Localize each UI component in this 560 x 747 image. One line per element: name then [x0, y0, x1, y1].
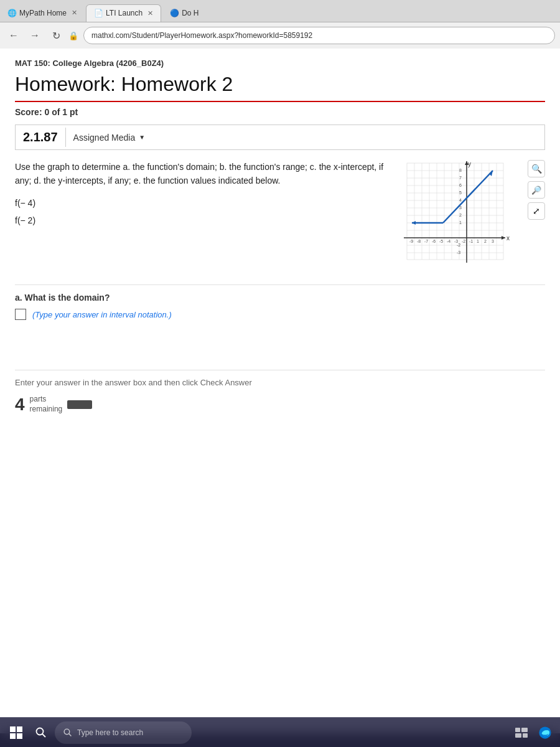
page-content: MAT 150: College Algebra (4206_B0Z4) Hom…: [0, 49, 560, 733]
tab-doh[interactable]: 🔵 Do H: [162, 4, 206, 22]
taskbar-search-icon[interactable]: [30, 721, 52, 744]
question-number: 2.1.87: [16, 128, 66, 147]
taskbar-search-text: Type here to search: [77, 728, 143, 737]
svg-text:2: 2: [484, 239, 487, 243]
taskview-svg: [515, 728, 528, 738]
answer-input-row: (Type your answer in interval notation.): [15, 309, 545, 320]
svg-text:3: 3: [492, 239, 494, 243]
taskbar: Type here to search: [0, 717, 560, 747]
function-value-2: f(− 2): [15, 212, 391, 229]
y-axis-label: y: [468, 161, 471, 167]
lock-icon: 🔒: [68, 31, 78, 40]
refresh-button[interactable]: ↻: [47, 27, 65, 44]
function-values: f(− 4) f(− 2): [15, 194, 391, 229]
expand-button[interactable]: ⤢: [528, 202, 545, 220]
expand-icon: ⤢: [533, 206, 540, 216]
back-button[interactable]: ←: [5, 27, 22, 44]
question-body: Use the graph to determine a. the functi…: [15, 160, 545, 272]
tab-icon-lti: 📄: [94, 9, 103, 17]
answer-hint: (Type your answer in interval notation.): [32, 310, 172, 319]
svg-text:-4: -4: [447, 239, 450, 243]
course-title: MAT 150: College Algebra (4206_B0Z4): [15, 59, 545, 68]
graph-tools: 🔍 🔎 ⤢: [528, 160, 545, 220]
svg-text:-3: -3: [457, 250, 460, 255]
tab-icon-mypath: 🌐: [7, 9, 16, 17]
assigned-media-label: Assigned Media: [73, 133, 136, 143]
edge-icon[interactable]: [535, 723, 555, 743]
tab-lti[interactable]: 📄 LTI Launch ✕: [86, 4, 161, 22]
parts-label-line1: parts: [30, 395, 63, 405]
question-header: 2.1.87 Assigned Media ▼: [15, 125, 545, 150]
assigned-media-button[interactable]: Assigned Media ▼: [66, 130, 153, 145]
svg-point-57: [64, 729, 70, 735]
svg-line-58: [69, 733, 72, 736]
search-magnifier-icon: [35, 727, 47, 738]
zoom-in-icon: 🔍: [531, 164, 542, 174]
browser-chrome: 🌐 MyPath Home ✕ 📄 LTI Launch ✕ 🔵 Do H ← …: [0, 0, 560, 49]
zoom-in-button[interactable]: 🔍: [528, 160, 545, 177]
svg-rect-59: [515, 728, 520, 732]
tab-label-lti: LTI Launch: [106, 9, 142, 17]
parts-progress-bar: [67, 400, 92, 409]
zoom-out-button[interactable]: 🔎: [528, 181, 545, 199]
svg-point-55: [37, 728, 44, 735]
svg-text:1: 1: [477, 239, 479, 243]
svg-text:-2: -2: [462, 239, 465, 243]
svg-text:4: 4: [459, 198, 462, 202]
nav-bar: ← → ↻ 🔒: [0, 22, 560, 49]
svg-text:-1: -1: [469, 239, 473, 243]
score-line: Score: 0 of 1 pt: [15, 107, 545, 117]
svg-text:-6: -6: [432, 239, 436, 243]
taskbar-search-magnifier: [63, 728, 72, 737]
dropdown-arrow-icon: ▼: [139, 134, 145, 141]
taskbar-sys-icons: [511, 723, 555, 743]
graph-wrapper: x y -9 -8 -7 -6 -5 -4 -3 -2 -1 1 2 3: [401, 160, 545, 272]
svg-rect-60: [521, 728, 528, 732]
svg-text:-2: -2: [457, 243, 460, 247]
edge-browser-icon: [538, 726, 552, 740]
graph-container: x y -9 -8 -7 -6 -5 -4 -3 -2 -1 1 2 3: [401, 160, 525, 272]
parts-label-container: parts remaining: [30, 395, 63, 414]
tab-label-doh: Do H: [182, 9, 198, 17]
tab-bar: 🌐 MyPath Home ✕ 📄 LTI Launch ✕ 🔵 Do H: [0, 0, 560, 22]
svg-text:-8: -8: [417, 239, 421, 243]
svg-text:7: 7: [459, 176, 462, 180]
question-text-area: Use the graph to determine a. the functi…: [15, 160, 391, 272]
tab-mypath[interactable]: 🌐 MyPath Home ✕: [0, 4, 85, 22]
taskbar-search-bar[interactable]: Type here to search: [55, 721, 192, 744]
start-button[interactable]: [5, 721, 27, 744]
svg-line-56: [42, 734, 45, 737]
svg-text:1: 1: [459, 220, 462, 225]
zoom-out-icon: 🔎: [531, 186, 541, 195]
parts-count: 4: [15, 395, 25, 415]
tab-label-mypath: MyPath Home: [19, 9, 67, 17]
answer-label: a. What is the domain?: [15, 293, 545, 303]
svg-rect-61: [515, 733, 521, 738]
homework-title: Homework: Homework 2: [15, 73, 545, 102]
answer-checkbox[interactable]: [15, 309, 26, 320]
svg-text:5: 5: [459, 190, 462, 195]
svg-text:8: 8: [459, 168, 462, 172]
parts-label-line2: remaining: [30, 405, 63, 415]
function-value-1: f(− 4): [15, 194, 391, 212]
bottom-instruction: Enter your answer in the answer box and …: [15, 370, 545, 387]
taskview-icon[interactable]: [511, 723, 531, 743]
question-instructions: Use the graph to determine a. the functi…: [15, 160, 391, 188]
svg-text:2: 2: [459, 213, 462, 217]
address-bar[interactable]: [83, 27, 555, 44]
tab-icon-doh: 🔵: [170, 9, 179, 17]
svg-rect-62: [523, 733, 528, 738]
forward-button[interactable]: →: [26, 27, 44, 44]
graph-svg: x y -9 -8 -7 -6 -5 -4 -3 -2 -1 1 2 3: [401, 160, 522, 275]
tab-close-mypath[interactable]: ✕: [72, 9, 77, 17]
svg-text:-7: -7: [424, 239, 428, 243]
answer-section: a. What is the domain? (Type your answer…: [15, 284, 545, 320]
parts-remaining: 4 parts remaining: [15, 395, 545, 415]
svg-text:6: 6: [459, 183, 462, 187]
x-axis-label: x: [506, 235, 510, 242]
svg-text:-9: -9: [409, 239, 413, 243]
windows-icon: [10, 726, 22, 739]
tab-close-lti[interactable]: ✕: [147, 9, 153, 17]
svg-text:-5: -5: [439, 239, 443, 243]
